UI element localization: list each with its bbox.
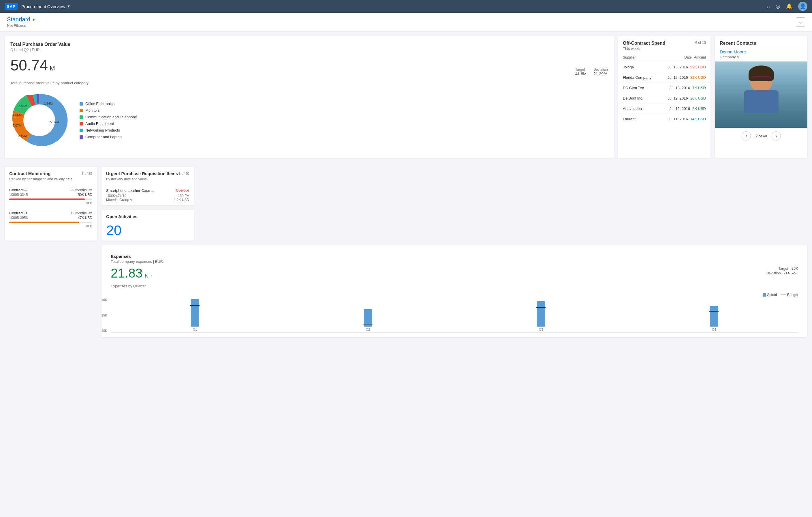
donut-label-2: 3.55M	[19, 104, 27, 108]
bar-label-q4: Q4	[712, 328, 716, 331]
expenses-meta: Target 25K Deviation -14.52%	[766, 266, 798, 275]
user-avatar[interactable]: 👤	[798, 2, 807, 11]
purchase-order-title: Total Purchase Order Value	[10, 42, 608, 47]
nav-right: ⌕ ◎ 🔔 👤	[767, 2, 807, 11]
contract-a-progress-fill	[9, 198, 85, 200]
y-label-20k: 20K	[102, 329, 107, 332]
legend-actual: Actual	[763, 293, 777, 297]
legend-color-5	[80, 129, 83, 132]
table-row: Florida Company Jul 15, 2016 32K USD	[618, 73, 710, 83]
expenses-subtitle: Total company expenses | EUR	[106, 260, 803, 266]
bar-label-q3: Q3	[539, 328, 543, 331]
legend-item-2: Monitors	[80, 108, 137, 112]
expenses-header: Expenses	[106, 250, 803, 260]
open-activities-header: Open Activities	[102, 210, 194, 220]
deviation-metric: Deviation 21.39%	[593, 67, 608, 76]
table-row: Anav Ideon Jul 12, 2016 2K USD	[618, 104, 710, 114]
filter-toggle-button[interactable]: ⌄	[796, 17, 805, 27]
donut-label-5: 10.15M	[16, 134, 27, 138]
donut-chart: 2.54M 3.55M 4.06M 5.07M 10.15M 25.37M	[10, 91, 68, 149]
contract-monitoring-header: Contract Monitoring 3 of 35	[5, 167, 97, 177]
contact-prev-button[interactable]: ‹	[742, 131, 751, 140]
legend-color-3	[80, 115, 83, 119]
recent-contacts-card: Recent Contacts Donna Moore Company A ‹ …	[715, 36, 807, 158]
urgent-item-1-detail-2: Material Group A 1.2K USD	[106, 198, 189, 202]
legend-item-1: Office Electronics	[80, 102, 137, 106]
legend-color-1	[80, 102, 83, 106]
expenses-number: 21.83	[111, 266, 142, 280]
expenses-row: 21.83 K ↑ Target 25K Deviation -14.52%	[111, 266, 798, 280]
table-row: Laurent Jul 11, 2016 14K USD	[618, 114, 710, 124]
circle-icon[interactable]: ◎	[776, 3, 780, 9]
bottom-row: Contract Monitoring 3 of 35 Ranked by co…	[0, 167, 812, 342]
filter-info: Standard ▾ Not Filtered	[7, 16, 35, 28]
donut-legend: Office Electronics Monitors Communicatio…	[80, 102, 137, 139]
expenses-title: Expenses	[111, 254, 131, 259]
expenses-unit: K	[145, 273, 148, 279]
urgent-requisition-card: Urgent Purchase Requisition Items 1 of 4…	[102, 167, 194, 206]
contract-b-pct: 84%	[9, 224, 92, 228]
urgent-title: Urgent Purchase Requisition Items	[106, 171, 178, 176]
off-contract-card: Off-Contract Spend This week 6 of 10 Sup…	[618, 36, 710, 158]
contact-photo	[715, 61, 807, 128]
overdue-badge: Overdue	[176, 188, 189, 193]
purchase-order-metrics: Target 41.8M Deviation 21.39%	[575, 67, 608, 76]
contact-company: Company A	[715, 55, 807, 61]
budget-line-q4	[709, 311, 719, 311]
legend-color-6	[80, 135, 83, 139]
urgent-item-1-name: Smartphone Leather Case ...	[106, 188, 154, 193]
legend-color-2	[80, 109, 83, 112]
legend-budget-color	[781, 295, 786, 295]
legend-item-3: Communication and Telephone	[80, 115, 137, 119]
search-icon[interactable]: ⌕	[767, 3, 770, 9]
contract-monitoring-subtitle: Ranked by consumption and validity date	[5, 177, 97, 185]
bar-q1-actual	[191, 299, 199, 327]
off-contract-header: Off-Contract Spend This week 6 of 10	[618, 36, 710, 53]
budget-line-q3	[536, 307, 546, 308]
legend-actual-color	[763, 293, 766, 297]
expenses-main: 21.83 K ↑ Target 25K Deviation -14.52%	[106, 266, 803, 280]
filter-title[interactable]: Standard ▾	[7, 16, 35, 23]
contract-a-pct: 91%	[9, 201, 92, 205]
recent-contacts-header: Recent Contacts	[715, 36, 807, 48]
chart-section: Total purchase order value by product ca…	[10, 81, 608, 152]
app-title[interactable]: Procurement Overview ▼	[21, 4, 70, 9]
donut-chart-container: 2.54M 3.55M 4.06M 5.07M 10.15M 25.37M Of…	[10, 88, 608, 152]
legend-item-6: Computer and Laptop	[80, 135, 137, 139]
contract-a-details: 10005-3345 50K USD	[9, 193, 92, 197]
up-arrow-icon: ↑	[150, 273, 153, 279]
contract-b-header: Contract B 19 months left	[9, 211, 92, 215]
bell-icon[interactable]: 🔔	[786, 3, 792, 9]
purchase-order-value: 50.74 M	[10, 57, 55, 74]
contract-a-name: Contract A	[9, 188, 27, 192]
contract-item-b: Contract B 19 months left 10005-3958 47K…	[5, 208, 97, 231]
y-axis: 30K 25K 20K	[102, 298, 107, 332]
y-label-25k: 25K	[102, 314, 107, 317]
budget-line-q2	[363, 325, 373, 325]
col-supplier: Supplier	[623, 55, 682, 59]
contract-b-details: 10005-3958 47K USD	[9, 216, 92, 220]
middle-bottom-column: Urgent Purchase Requisition Items 1 of 4…	[102, 167, 194, 241]
donut-label-6: 25.37M	[49, 120, 59, 124]
nav-left: SAP Procurement Overview ▼	[5, 3, 70, 10]
expenses-chart-title: Expenses by Quarter	[111, 284, 798, 288]
contract-b-name: Contract B	[9, 211, 27, 215]
budget-line-q1	[190, 305, 200, 306]
sap-logo: SAP	[5, 3, 18, 10]
recent-contacts-title: Recent Contacts	[720, 41, 803, 46]
urgent-item-1-header: Smartphone Leather Case ... Overdue	[106, 188, 189, 193]
open-activities-card: Open Activities 20	[102, 210, 194, 241]
off-contract-title-group: Off-Contract Spend This week	[623, 41, 666, 51]
urgent-header: Urgent Purchase Requisition Items 1 of 4…	[102, 167, 194, 177]
purchase-order-subtitle: Q1 and Q2 | EUR	[10, 48, 608, 52]
off-contract-title: Off-Contract Spend	[623, 41, 666, 46]
contact-name[interactable]: Donna Moore	[715, 48, 807, 55]
chart-legend-items: Actual Budget	[763, 293, 798, 297]
urgent-item-1-detail-1: 10002474/10 180 EA	[106, 194, 189, 198]
bar-q4-actual	[710, 306, 718, 327]
contact-next-button[interactable]: ›	[772, 131, 781, 140]
expenses-chart-container: Expenses by Quarter Actual Budget	[106, 284, 803, 333]
contact-counter: 2 of 40	[755, 134, 767, 138]
target-metric: Target 41.8M	[575, 67, 586, 76]
bar-q3-actual	[537, 301, 545, 327]
